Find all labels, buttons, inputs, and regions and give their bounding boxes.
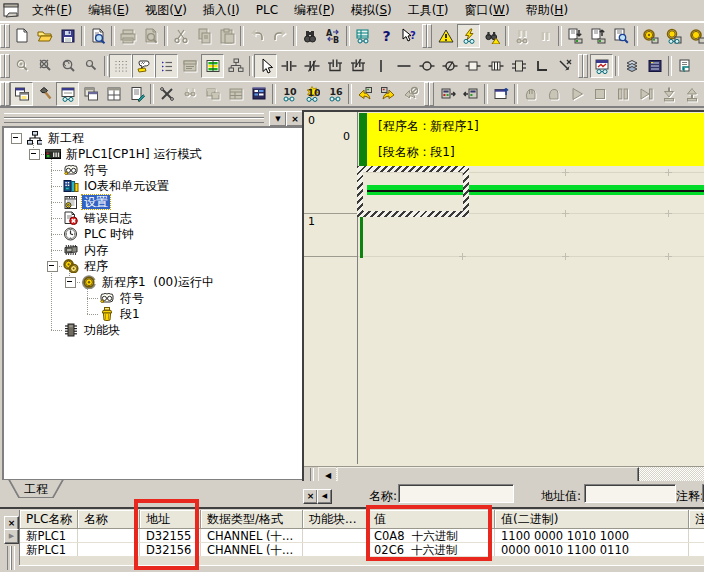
new-instruction-button[interactable] [461, 54, 484, 78]
print-button[interactable] [116, 24, 139, 48]
menu-3[interactable]: 插入(I) [195, 0, 248, 22]
address-value-field[interactable] [584, 484, 676, 503]
properties-button[interactable] [125, 82, 148, 106]
pause-button[interactable] [533, 24, 556, 48]
watch-cell[interactable] [303, 543, 368, 557]
watch-cell[interactable] [303, 529, 368, 543]
ladder-hscrollbar[interactable]: ◀ [304, 466, 704, 482]
watch-row-0[interactable]: 新PLC1D32155CHANNEL (十...C0A8 十六进制1100 00… [20, 529, 704, 543]
tree-item-8[interactable]: 程序 [79, 258, 110, 274]
show-program-comments-button[interactable] [178, 54, 201, 78]
show-rung-annotations-button[interactable] [155, 54, 178, 78]
watch-next-tab-button[interactable]: ▶ [4, 529, 19, 544]
watch-col-0[interactable]: PLC名称 [20, 510, 78, 529]
watch-col-4[interactable]: 功能块... [303, 510, 368, 529]
stop-simulator-button[interactable] [588, 82, 611, 106]
differential-trace-window-button[interactable] [590, 54, 613, 78]
step-in-button[interactable] [657, 82, 680, 106]
new-horizontal-line-button[interactable] [392, 54, 415, 78]
mdi-child-window-icon[interactable] [3, 3, 20, 18]
show-grid-button[interactable] [109, 54, 132, 78]
redo-button[interactable] [268, 24, 291, 48]
zoom-fit-button[interactable] [56, 54, 79, 78]
undo-button[interactable] [245, 24, 268, 48]
watch-cell[interactable] [689, 543, 704, 557]
pause-monitor-button[interactable] [510, 24, 533, 48]
cascade-windows-button[interactable] [79, 82, 102, 106]
new-function-block-button[interactable] [507, 54, 530, 78]
force-on-button[interactable] [353, 82, 376, 106]
tree-item-3[interactable]: IO表和单元设置 [79, 178, 171, 194]
menu-5[interactable]: 编程(P) [286, 0, 343, 22]
io-comment-view-button[interactable] [643, 54, 666, 78]
new-instruction-2-button[interactable] [484, 54, 507, 78]
watch-cell[interactable]: 新PLC1 [20, 543, 78, 557]
save-file-button[interactable] [56, 24, 79, 48]
refbar-prev-button[interactable]: ◀ [317, 489, 332, 504]
compile-check-button[interactable] [86, 24, 109, 48]
new-file-button[interactable] [10, 24, 33, 48]
new-contact-button[interactable] [277, 54, 300, 78]
differential-up-button[interactable] [489, 82, 512, 106]
watch-row-1[interactable]: 新PLC1D32156CHANNEL (十...02C6 十六进制0000 00… [20, 543, 704, 557]
run-mode-button[interactable] [639, 24, 662, 48]
tree-expand-9[interactable] [65, 277, 76, 288]
new-or-contact-button[interactable] [323, 54, 346, 78]
transfer-to-plc-button[interactable] [563, 24, 586, 48]
tree-item-2[interactable]: 符号 [79, 162, 110, 178]
transfer-from-plc-button[interactable] [586, 24, 609, 48]
cross-section-button[interactable] [155, 82, 178, 106]
select-mode-button[interactable] [254, 54, 277, 78]
vertical-down-button[interactable] [530, 54, 553, 78]
watch-cell[interactable] [78, 543, 140, 557]
tree-item-5[interactable]: 错误日志 [79, 210, 134, 226]
help-button[interactable]: ? [374, 24, 397, 48]
new-closed-or-contact-button[interactable] [346, 54, 369, 78]
pause-sim-button[interactable] [611, 82, 634, 106]
print-preview-button[interactable] [139, 24, 162, 48]
selected-cell-marquee[interactable] [357, 166, 469, 217]
monitor-hex-button[interactable]: 16 [323, 82, 346, 106]
watch-col-1[interactable]: 名称 [78, 510, 140, 529]
new-coil-button[interactable] [415, 54, 438, 78]
menu-9[interactable]: 帮助(H) [518, 0, 576, 22]
watch-col-7[interactable]: 注释 [689, 510, 704, 529]
watch-cell[interactable]: 新PLC1 [20, 529, 78, 543]
monitor-mode-button[interactable] [457, 24, 480, 48]
window-grid-button[interactable] [224, 82, 247, 106]
watch-cell[interactable] [689, 529, 704, 543]
new-vertical-line-button[interactable] [369, 54, 392, 78]
toggle-output-window-button[interactable] [33, 82, 56, 106]
watch-cell[interactable]: 1100 0000 1010 1000 [495, 529, 689, 543]
replace-button[interactable]: AB [321, 24, 344, 48]
show-comments-button[interactable] [132, 54, 155, 78]
delete-tool-button[interactable] [553, 54, 576, 78]
menu-6[interactable]: 模拟(S) [343, 0, 400, 22]
differential-monitor-button[interactable] [480, 24, 503, 48]
pause-simulator-button[interactable] [542, 82, 565, 106]
watch-cell[interactable]: CHANNEL (十... [201, 543, 303, 557]
name-field[interactable] [398, 484, 514, 503]
force-cancel-button[interactable] [399, 82, 422, 106]
menu-7[interactable]: 工具(T) [400, 0, 457, 22]
tree-expand-8[interactable] [47, 261, 58, 272]
monitor-window-button[interactable] [178, 82, 201, 106]
tile-windows-button[interactable] [102, 82, 125, 106]
watch-cell[interactable]: 0000 0010 1100 0110 [495, 543, 689, 557]
open-file-button[interactable] [33, 24, 56, 48]
tree-item-1[interactable]: 新PLC1[CP1H] 运行模式 [61, 146, 203, 162]
tree-item-7[interactable]: 内存 [79, 242, 110, 258]
copy-button[interactable] [192, 24, 215, 48]
work-online-button[interactable] [434, 24, 457, 48]
cross-reference-button[interactable] [351, 24, 374, 48]
stacked-rungs-button[interactable] [620, 54, 643, 78]
compare-with-plc-button[interactable] [609, 24, 632, 48]
step-out-button[interactable] [680, 82, 703, 106]
tree-item-12[interactable]: 功能块 [79, 322, 122, 338]
menu-0[interactable]: 文件(F) [24, 0, 80, 22]
menu-4[interactable]: PLC [248, 1, 286, 20]
find-button[interactable] [298, 24, 321, 48]
pause-with-trigger-button[interactable] [519, 82, 542, 106]
tree-item-10[interactable]: 符号 [115, 290, 146, 306]
set-value-button[interactable] [436, 82, 459, 106]
